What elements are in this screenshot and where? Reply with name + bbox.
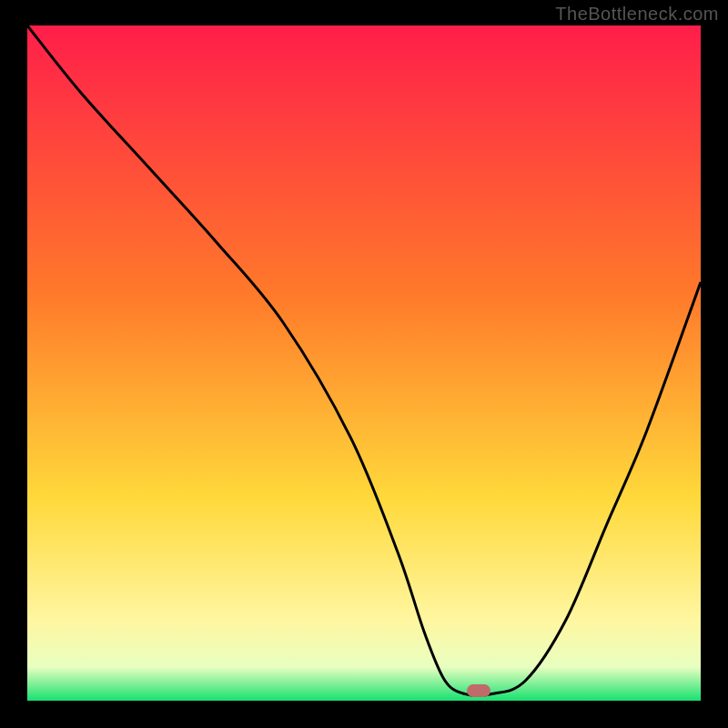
chart-frame: TheBottleneck.com	[0, 0, 728, 728]
plot-background	[27, 25, 701, 701]
bottleneck-plot	[27, 25, 701, 701]
watermark-text: TheBottleneck.com	[555, 4, 719, 25]
optimal-point-marker	[467, 684, 490, 697]
plot-svg	[27, 25, 701, 701]
